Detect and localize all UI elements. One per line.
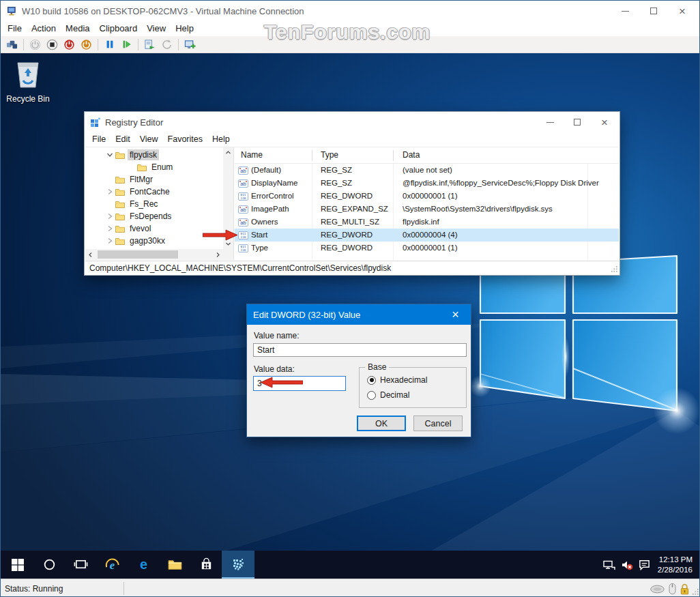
taskbar-task-view-button[interactable] (65, 551, 96, 579)
tray-network-button[interactable] (600, 551, 618, 579)
registry-value-row-owners[interactable]: abOwnersREG_MULTI_SZflpydisk.inf (235, 216, 619, 229)
menu-item-file[interactable]: File (3, 21, 27, 36)
menu-item-favorites[interactable]: Favorites (163, 132, 207, 147)
checkpoint-button[interactable] (142, 37, 158, 53)
registry-value-row-default[interactable]: ab(Default)REG_SZ(value not set) (235, 164, 619, 177)
regedit-maximize-button[interactable] (564, 114, 591, 130)
shutdown-icon (81, 39, 92, 50)
play-button[interactable] (119, 37, 134, 53)
menu-item-view[interactable]: View (142, 21, 171, 36)
column-header-name[interactable]: Name (241, 150, 263, 160)
tray-volume-muted-button[interactable] (618, 551, 636, 579)
value-name-field[interactable] (253, 343, 467, 357)
value-data: 0x00000001 (1) (403, 244, 616, 252)
radio-decimal-button[interactable] (367, 391, 376, 400)
edit-dword-dialog: Edit DWORD (32-bit) Value × Value name: … (246, 304, 471, 437)
power-button[interactable] (27, 37, 43, 53)
revert-button[interactable] (159, 37, 175, 53)
taskbar-clock[interactable]: 12:13 PM 2/28/2016 (654, 555, 698, 575)
scrollbar-thumb[interactable] (98, 250, 178, 259)
regedit-close-button[interactable]: × (591, 114, 618, 130)
shutdown-button[interactable] (78, 37, 94, 53)
menu-item-media[interactable]: Media (61, 21, 94, 36)
chevron-right-icon[interactable] (106, 188, 113, 196)
store-icon (199, 557, 214, 572)
taskbar-internet-explorer-button[interactable]: e (96, 551, 128, 579)
chevron-down-icon[interactable] (106, 151, 113, 159)
stop-button[interactable] (44, 37, 60, 53)
taskbar-store-button[interactable] (190, 551, 222, 579)
cancel-button[interactable]: Cancel (413, 416, 463, 431)
svg-text:e: e (109, 559, 115, 572)
tree-item-gagp30kx[interactable]: gagp30kx (85, 235, 222, 247)
taskbar-registry-editor-button[interactable] (222, 551, 254, 579)
taskbar-edge-button[interactable]: e (128, 551, 159, 579)
taskbar-start-button[interactable] (2, 551, 33, 579)
registry-value-row-start[interactable]: 011110StartREG_DWORD0x00000004 (4) (235, 229, 619, 242)
svg-text:e: e (139, 557, 147, 572)
menu-item-action[interactable]: Action (27, 21, 61, 36)
radio-decimal[interactable]: Decimal (367, 390, 409, 400)
radio-hexadecimal[interactable]: Hexadecimal (367, 375, 427, 385)
host-close-button[interactable]: × (668, 2, 697, 20)
ok-button[interactable]: OK (357, 416, 406, 431)
registry-value-row-type[interactable]: 011110TypeREG_DWORD0x00000001 (1) (235, 242, 619, 254)
tree-item-fontcache[interactable]: FontCache (85, 186, 222, 198)
regedit-minimize-button[interactable] (536, 114, 564, 130)
turnoff-button[interactable] (61, 37, 77, 53)
value-data-field[interactable] (253, 376, 346, 391)
tree-item-fsdepends[interactable]: FsDepends (85, 210, 222, 222)
volume-muted-icon (620, 558, 634, 572)
registry-value-row-errorcontrol[interactable]: 011110ErrorControlREG_DWORD0x00000001 (1… (235, 190, 619, 203)
column-header-type[interactable]: Type (321, 150, 338, 160)
menu-item-edit[interactable]: Edit (111, 132, 135, 147)
taskbar-file-explorer-button[interactable] (159, 551, 190, 579)
column-header-data[interactable]: Data (403, 150, 420, 160)
value-name: (Default) (251, 166, 281, 174)
menu-item-file[interactable]: File (87, 132, 111, 147)
tree-item-label: fvevol (128, 223, 153, 234)
start-icon (11, 558, 25, 572)
scroll-right-icon[interactable] (215, 252, 221, 258)
menu-item-help[interactable]: Help (207, 132, 235, 147)
svg-text:ab: ab (240, 168, 246, 174)
taskbar-search-button[interactable] (33, 551, 65, 579)
tree-item-flpydisk[interactable]: flpydisk (85, 149, 222, 161)
host-maximize-button[interactable] (639, 2, 668, 20)
recycle-bin-icon[interactable]: Recycle Bin (6, 59, 50, 104)
menu-item-help[interactable]: Help (171, 21, 199, 36)
tree-connector (128, 164, 135, 171)
chevron-right-icon[interactable] (106, 237, 113, 245)
regedit-titlebar: Registry Editor × (85, 112, 619, 132)
scroll-up-icon[interactable] (225, 149, 231, 156)
tree-horizontal-scrollbar[interactable] (85, 249, 223, 260)
tree-item-fvevol[interactable]: fvevol (85, 222, 222, 235)
registry-value-row-displayname[interactable]: abDisplayNameREG_SZ@flpydisk.inf,%floppy… (235, 177, 619, 190)
tree-item-fltmgr[interactable]: FltMgr (85, 173, 222, 186)
vm-keys-button[interactable] (4, 37, 20, 53)
tree-item-enum[interactable]: Enum (85, 161, 222, 173)
chevron-right-icon[interactable] (106, 225, 113, 233)
radio-decimal-label: Decimal (380, 390, 409, 400)
folder-icon (115, 176, 125, 184)
resize-grip-icon[interactable] (611, 265, 618, 273)
menu-item-clipboard[interactable]: Clipboard (95, 21, 143, 36)
scroll-left-icon[interactable] (87, 252, 93, 258)
svg-text:110: 110 (241, 196, 246, 200)
value-data: \SystemRoot\System32\drivers\flpydisk.sy… (403, 205, 616, 213)
scroll-down-icon[interactable] (225, 241, 231, 247)
tree-item-fs_rec[interactable]: Fs_Rec (85, 198, 222, 210)
pause-button[interactable] (102, 37, 117, 53)
menu-item-view[interactable]: View (135, 132, 163, 147)
registry-value-row-imagepath[interactable]: abImagePathREG_EXPAND_SZ\SystemRoot\Syst… (235, 203, 619, 216)
host-minimize-button[interactable] (611, 2, 639, 20)
host-resize-grip-icon[interactable] (692, 588, 699, 596)
recycle-bin-glyph (14, 59, 42, 90)
power-icon (29, 39, 41, 50)
enhanced-session-button[interactable] (182, 37, 198, 53)
tree-vertical-scrollbar[interactable] (223, 147, 233, 249)
radio-hexadecimal-button[interactable] (367, 376, 376, 385)
tray-action-center-button[interactable] (636, 551, 654, 579)
chevron-right-icon[interactable] (106, 213, 113, 220)
dialog-close-button[interactable]: × (440, 304, 471, 325)
